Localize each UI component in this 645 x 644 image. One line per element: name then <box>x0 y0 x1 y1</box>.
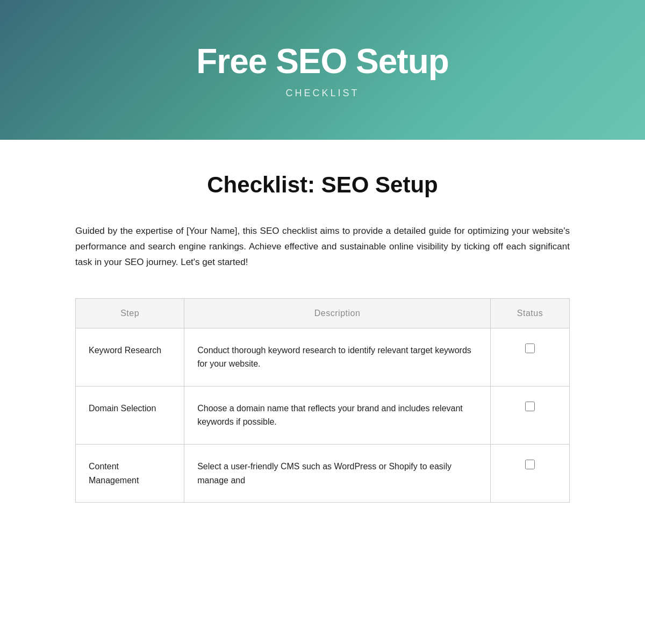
cell-step: Keyword Research <box>76 328 184 386</box>
cell-description: Choose a domain name that reflects your … <box>184 386 491 444</box>
status-checkbox[interactable] <box>525 460 535 469</box>
page-title: Checklist: SEO Setup <box>75 172 570 198</box>
column-header-description: Description <box>184 298 491 328</box>
header-title: Free SEO Setup <box>196 41 449 81</box>
cell-status[interactable] <box>490 445 569 503</box>
cell-description: Select a user-friendly CMS such as WordP… <box>184 445 491 503</box>
table-row: Domain SelectionChoose a domain name tha… <box>76 386 570 444</box>
column-header-status: Status <box>490 298 569 328</box>
cell-status[interactable] <box>490 386 569 444</box>
page-header: Free SEO Setup CHECKLIST <box>0 0 645 140</box>
status-checkbox[interactable] <box>525 344 535 353</box>
column-header-step: Step <box>76 298 184 328</box>
cell-description: Conduct thorough keyword research to ide… <box>184 328 491 386</box>
status-checkbox[interactable] <box>525 402 535 411</box>
main-content: Checklist: SEO Setup Guided by the exper… <box>64 140 580 524</box>
header-subtitle: CHECKLIST <box>285 88 359 99</box>
cell-status[interactable] <box>490 328 569 386</box>
cell-step: Domain Selection <box>76 386 184 444</box>
table-row: Keyword ResearchConduct thorough keyword… <box>76 328 570 386</box>
intro-paragraph: Guided by the expertise of [Your Name], … <box>75 224 570 270</box>
table-header-row: Step Description Status <box>76 298 570 328</box>
cell-step: Content Management <box>76 445 184 503</box>
checklist-table: Step Description Status Keyword Research… <box>75 298 570 503</box>
table-row: Content ManagementSelect a user-friendly… <box>76 445 570 503</box>
